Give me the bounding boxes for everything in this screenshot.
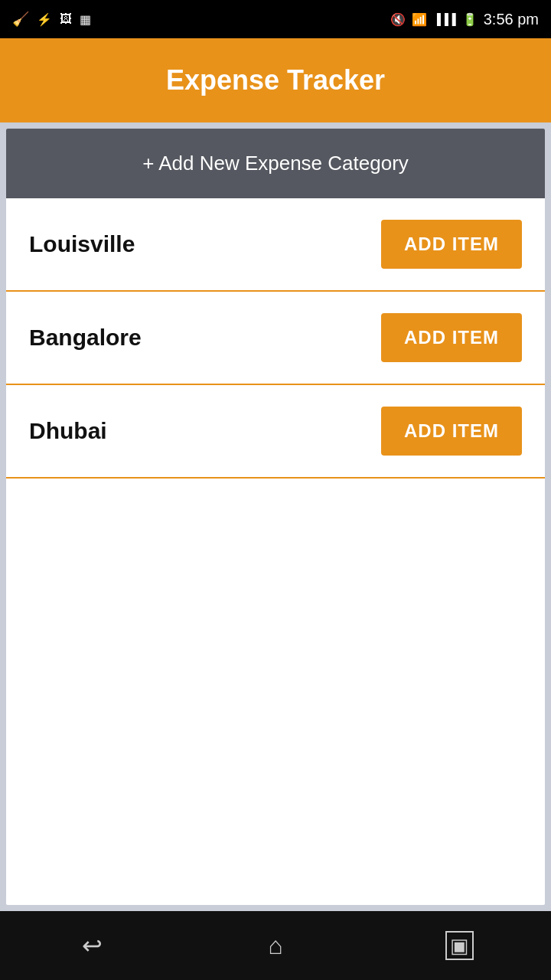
category-item-bangalore: Bangalore ADD ITEM [6, 292, 545, 385]
home-icon: ⌂ [268, 932, 282, 960]
app-header: Expense Tracker [0, 38, 551, 122]
status-bar: 🧹 ⚡ 🖼 ▦ 🔇 📶 ▐▐▐ 🔋 3:56 pm [0, 0, 551, 38]
add-category-button[interactable]: + Add New Expense Category [6, 129, 545, 198]
nav-bar: ↩ ⌂ ▣ [0, 911, 551, 980]
wifi-icon: 📶 [412, 12, 427, 27]
category-name-dhubai: Dhubai [29, 418, 107, 444]
category-name-bangalore: Bangalore [29, 325, 142, 351]
recents-button[interactable]: ▣ [429, 923, 490, 969]
back-button[interactable]: ↩ [61, 923, 122, 969]
app-title: Expense Tracker [166, 64, 385, 96]
mute-icon: 🔇 [390, 12, 406, 27]
status-bar-left: 🧹 ⚡ 🖼 ▦ [12, 11, 91, 28]
status-time: 3:56 pm [484, 11, 539, 28]
category-list: Louisville ADD ITEM Bangalore ADD ITEM D… [6, 198, 545, 479]
home-button[interactable]: ⌂ [245, 923, 306, 969]
main-content: + Add New Expense Category Louisville AD… [0, 122, 551, 911]
back-icon: ↩ [82, 931, 103, 960]
status-bar-right: 🔇 📶 ▐▐▐ 🔋 3:56 pm [390, 11, 539, 28]
usb-icon: ⚡ [37, 12, 52, 27]
add-item-button-louisville[interactable]: ADD ITEM [381, 220, 522, 269]
screenshot-icon: 🖼 [60, 12, 72, 26]
add-item-button-dhubai[interactable]: ADD ITEM [381, 407, 522, 456]
main-card: + Add New Expense Category Louisville AD… [6, 129, 545, 905]
category-item-dhubai: Dhubai ADD ITEM [6, 385, 545, 479]
category-name-louisville: Louisville [29, 231, 135, 257]
recents-icon: ▣ [445, 931, 474, 960]
add-item-button-bangalore[interactable]: ADD ITEM [381, 313, 522, 362]
barcode-icon: ▦ [80, 12, 91, 27]
app-icon-1: 🧹 [12, 11, 29, 28]
category-item-louisville: Louisville ADD ITEM [6, 198, 545, 292]
battery-icon: 🔋 [462, 12, 478, 27]
signal-icon: ▐▐▐ [433, 13, 456, 25]
